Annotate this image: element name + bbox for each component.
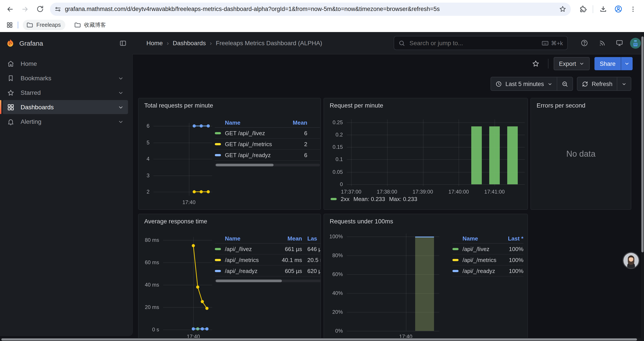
brand-name[interactable]: Grafana [19,39,116,47]
panel-title[interactable]: Requests under 100ms [330,218,393,225]
series-swatch [215,270,221,272]
x-axis-tick: 17:38:00 [377,189,397,195]
legend-col-name[interactable]: Name [462,235,502,242]
legend-row[interactable]: /api/_/livez 661 µs 646 µs [215,244,321,254]
legend-inline[interactable]: 2xx Mean: 0.233 Max: 0.233 [330,196,417,202]
favorite-star-icon[interactable] [529,57,543,71]
star-icon [7,89,15,96]
kiosk-monitor-icon[interactable] [612,36,626,50]
panel-title[interactable]: Total requests per minute [144,102,213,109]
reload-icon[interactable] [32,2,47,17]
news-rss-icon[interactable] [595,36,609,50]
forward-icon[interactable] [18,2,32,17]
y-axis-tick: 40 ms [145,282,159,288]
bookmarks-bar: Freeleaps 收藏博客 [0,18,644,33]
legend-col-last[interactable]: Las [307,235,321,242]
legend-scrollbar[interactable] [215,164,320,166]
chevron-down-icon[interactable] [118,75,124,81]
legend-row[interactable]: GET /api/_/livez 6 [215,128,320,139]
legend-col-last[interactable]: Last * [502,235,524,242]
chevron-down-icon[interactable] [118,119,124,124]
user-avatar[interactable] [630,38,641,49]
profile-icon[interactable] [611,2,626,17]
panel-title[interactable]: Request per minute [330,102,383,109]
data-series [154,123,212,197]
horizontal-scrollbar-thumb[interactable] [1,338,637,340]
breadcrumb-current: Freeleaps Metrics Dashboard (ALPHA) [216,40,322,47]
share-menu-caret[interactable] [621,57,632,70]
breadcrumb-separator: › [167,40,169,47]
bookmark-star-icon[interactable] [559,5,566,13]
extensions-icon[interactable] [575,2,590,17]
legend-col-mean[interactable]: Mean [276,235,302,242]
chevron-down-icon[interactable] [118,104,124,110]
refresh-button[interactable]: Refresh [577,77,617,90]
share-button[interactable]: Share [594,57,621,70]
breadcrumb-separator: › [210,40,212,47]
data-point [192,244,195,247]
sidebar-item-alerting[interactable]: Alerting [3,115,128,129]
sidebar-item-dashboards[interactable]: Dashboards [3,100,128,114]
sidebar-item-starred[interactable]: Starred [3,86,128,100]
y-axis-tick: 6 [147,123,150,129]
bookmark-folder-blogs[interactable]: 收藏博客 [70,20,110,30]
search-input[interactable] [408,39,542,47]
series-swatch [215,259,221,261]
dock-menu-icon[interactable] [116,36,130,50]
chevron-down-icon[interactable] [118,90,124,96]
toolbar-divider [548,59,548,69]
panel-requests-under-100ms: Requests under 100ms 100%80%60%40%20%0%1… [324,214,528,341]
gridline [423,119,423,186]
url-text[interactable]: grafana.mathmast.com/d/deytv4rwavabkb/fr… [65,6,557,12]
zoom-out-button[interactable] [557,77,572,90]
legend-col-name[interactable]: Name [225,235,276,242]
legend-row[interactable]: /api/_/readyz 605 µs 620 µs [215,265,321,276]
legend-row[interactable]: /api/_/readyz 100% [452,265,524,276]
chart-request-per-minute: 0.250.20.150.10.05017:37:0017:38:0017:39… [347,119,525,186]
panel-errors-per-second: Errors per second No data [530,98,631,210]
menu-kebab-icon[interactable] [626,2,640,17]
series-swatch [452,270,458,272]
series-swatch [215,248,221,250]
legend-row[interactable]: GET /api/_/readyz 6 [215,150,320,161]
legend-row[interactable]: /api/_/livez 100% [452,244,524,254]
search-box[interactable]: ⌘+k [394,36,568,50]
legend-row[interactable]: GET /api/_/metrics 2 [215,139,320,150]
export-button[interactable]: Export [554,57,590,70]
refresh-interval-caret[interactable] [617,77,631,90]
breadcrumb-home[interactable]: Home [146,40,163,47]
help-icon[interactable] [577,36,592,50]
time-range-picker[interactable]: Last 5 minutes [491,77,557,90]
breadcrumb-dashboards[interactable]: Dashboards [173,40,206,47]
site-settings-icon[interactable] [54,6,62,13]
chart-requests-under-100ms: 100%80%60%40%20%0%17:40 [347,233,439,331]
grafana-logo-icon[interactable] [6,38,15,48]
clock-icon [496,81,502,87]
sidebar-item-home[interactable]: Home [3,57,128,71]
horizontal-scrollbar[interactable] [0,338,641,341]
screen: grafana.mathmast.com/d/deytv4rwavabkb/fr… [0,0,644,341]
panel-title[interactable]: Average response time [144,218,207,225]
panel-total-requests-per-minute: Total requests per minute 6543217:40 Nam… [138,98,321,210]
url-bar[interactable]: grafana.mathmast.com/d/deytv4rwavabkb/fr… [50,3,571,16]
bookmark-folder-freeleaps[interactable]: Freeleaps [23,20,65,30]
downloads-icon[interactable] [596,2,611,17]
legend-scrollbar[interactable] [215,279,321,282]
floating-user-avatar[interactable] [624,253,639,268]
sidebar-item-bookmarks[interactable]: Bookmarks [3,71,128,85]
series-swatch [215,154,221,156]
vertical-scrollbar[interactable] [641,32,644,341]
apps-grid-icon[interactable] [4,19,16,31]
legend-row[interactable]: /api/_/metrics 100% [452,254,524,265]
folder-icon [26,22,33,29]
legend-row[interactable]: /api/_/metrics 40.1 ms 20.5 ms [215,254,321,265]
legend-col-mean[interactable]: Mean [281,119,307,126]
sidebar-item-label: Home [20,60,37,67]
legend-col-name[interactable]: Name [225,119,281,126]
vertical-scrollbar-thumb[interactable] [641,37,644,252]
legend-table: Name Mean GET /api/_/livez 6 GET /api/_/… [215,118,320,166]
data-point [201,300,204,303]
back-icon[interactable] [3,2,18,17]
gridline [347,331,439,331]
y-axis-tick: 0.1 [336,156,343,163]
